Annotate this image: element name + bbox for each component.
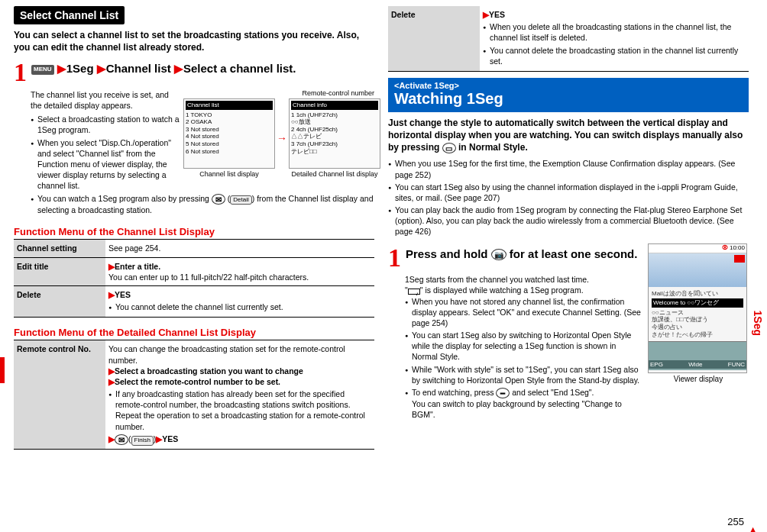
function-menu-heading: Function Menu of the Channel List Displa… — [14, 223, 374, 240]
1seg-status-icon: ♪ — [408, 289, 420, 295]
section-intro: Just change the style to automatically s… — [388, 117, 749, 154]
bullet-list: When you use 1Seg for the first time, th… — [388, 158, 749, 238]
function-table-3: Delete ▶YES When you delete all the broa… — [388, 6, 749, 72]
row-header: Delete — [14, 286, 105, 318]
viewer-display-screenshot: ⦿ 10:00 Mailは波の音を聞いてい Welcome to ○○ワンセグ … — [648, 243, 747, 373]
arrow-icon: → — [277, 132, 287, 144]
end-key-icon: ━ — [496, 388, 510, 398]
channel-list-screenshot: Channel list 1 TOKYO 2 OSAKA 3 Not store… — [183, 98, 275, 169]
row-header: Channel setting — [14, 240, 105, 257]
step-1: 1 MENU ▶1Seg ▶Channel list ▶Select a cha… — [14, 61, 374, 85]
page-content: Select Channel List You can select a cha… — [0, 0, 767, 532]
bullet-list: Select a broadcasting station to watch a… — [31, 114, 180, 191]
mail-key-icon: ✉ — [115, 434, 128, 445]
img-caption: Detailed Channel list display — [289, 170, 380, 178]
finish-softkey: Finish — [131, 436, 154, 446]
bullet-item: When you use 1Seg for the first time, th… — [388, 158, 749, 179]
mail-key-icon: ✉ — [212, 194, 225, 205]
bullet-item: When you select "Disp.Ch./operation" and… — [31, 137, 180, 192]
row-body: ▶YES When you delete all the broadcastin… — [480, 6, 749, 71]
detail-softkey: Detail — [230, 195, 251, 205]
bullet-item: Select a broadcasting station to watch a… — [31, 114, 180, 135]
triangle-icon: ▶ — [174, 62, 183, 75]
edge-tab — [0, 357, 5, 383]
function-table-1: Channel settingSee page 254. Edit title▶… — [14, 240, 374, 318]
img-header: Channel info — [291, 101, 378, 110]
step-seg-3: Select a channel list. — [183, 62, 296, 75]
step-text: MENU ▶1Seg ▶Channel list ▶Select a chann… — [31, 61, 296, 76]
page-number: 255 — [727, 516, 744, 527]
row-body: See page 254. — [105, 240, 374, 257]
row-header: Remote control No. — [14, 340, 105, 449]
img-header: Channel list — [186, 101, 273, 110]
function-table-2: Remote control No. You can change the br… — [14, 340, 374, 449]
bullet-list: When you have not stored any channel lis… — [405, 296, 642, 421]
img-line: △△テレビ — [291, 133, 378, 140]
img-line: 1 TOKYO — [186, 111, 273, 119]
section-title: Select Channel List — [14, 6, 125, 24]
bullet-item: You can start 1Seg also by using the cha… — [388, 182, 749, 203]
side-label: 1Seg — [752, 311, 764, 336]
body-text: The channel list you receive is set, and… — [31, 89, 180, 111]
img-line: 3 Not stored — [186, 126, 273, 134]
img-line: テレビ□□ — [291, 148, 378, 156]
step-1: 1 Press and hold 📷 for at least one seco… — [388, 247, 642, 270]
row-body: You can change the broadcasting station … — [105, 340, 374, 449]
img-line: 4 Not stored — [186, 133, 273, 140]
img-line: 1 1ch (UHF27ch) — [291, 111, 378, 119]
bullet-item: You can play back the audio from 1Seg pr… — [388, 205, 749, 237]
bullet-item: When you have not stored any channel lis… — [405, 296, 642, 329]
triangle-icon: ▶ — [57, 62, 66, 75]
remote-label: Remote-control number — [183, 89, 374, 97]
step-number: 1 — [388, 247, 401, 270]
blue-title: Watching 1Seg — [394, 90, 743, 108]
left-column: Select Channel List You can select a cha… — [14, 6, 374, 526]
step-number: 1 — [14, 61, 27, 85]
triangle-icon: ▶ — [97, 62, 106, 75]
channel-detail-screenshot: Channel info 1 1ch (UHF27ch) ○○放送 2 4ch … — [289, 98, 380, 169]
camera-key-icon: 📷 — [491, 249, 506, 260]
body-text: 1Seg starts from the channel you watched… — [405, 274, 642, 285]
blue-subtitle: <Activate 1Seg> — [394, 81, 743, 90]
step-seg-1: 1Seg — [66, 62, 94, 75]
img-line: 5 Not stored — [186, 140, 273, 148]
step-seg-2: Channel list — [106, 62, 171, 75]
function-menu-heading: Function Menu of the Detailed Channel Li… — [14, 324, 374, 340]
bullet-item: You can watch a 1Seg program also by pre… — [31, 193, 374, 216]
bullet-list: You can watch a 1Seg program also by pre… — [31, 193, 374, 218]
img-line: ○○放送 — [291, 118, 378, 126]
bullet-item: You can start 1Seg also by switching to … — [405, 330, 642, 363]
img-line: 6 Not stored — [186, 148, 273, 156]
viewer-caption: Viewer display — [648, 375, 749, 383]
section-intro: You can select a channel list to set the… — [14, 29, 374, 53]
right-column: Delete ▶YES When you delete all the broa… — [388, 6, 749, 526]
blue-heading: <Activate 1Seg> Watching 1Seg — [388, 78, 749, 112]
menu-icon: MENU — [31, 65, 54, 74]
row-header: Edit title — [14, 257, 105, 285]
continued-label: Continued ▶ — [749, 527, 756, 532]
row-body: ▶YESYou cannot delete the channel list c… — [105, 286, 374, 318]
img-line: 2 OSAKA — [186, 118, 273, 126]
row-body: ▶Enter a title.You can enter up to 11 fu… — [105, 257, 374, 285]
step-text: Press and hold 📷 for at least one second… — [406, 247, 637, 262]
side-key-icon: ▭ — [442, 143, 456, 153]
rec-icon — [734, 255, 745, 263]
img-caption: Channel list display — [183, 170, 275, 178]
bullet-item: While "Work with style" is set to "1Seg"… — [405, 364, 642, 385]
img-line: 2 4ch (UHF25ch) — [291, 126, 378, 134]
row-header: Delete — [388, 6, 480, 71]
bullet-item: To end watching, press ━ and select "End… — [405, 387, 642, 421]
body-text: "♪" is displayed while watching a 1Seg p… — [405, 285, 642, 295]
img-line: 3 7ch (UHF23ch) — [291, 140, 378, 148]
